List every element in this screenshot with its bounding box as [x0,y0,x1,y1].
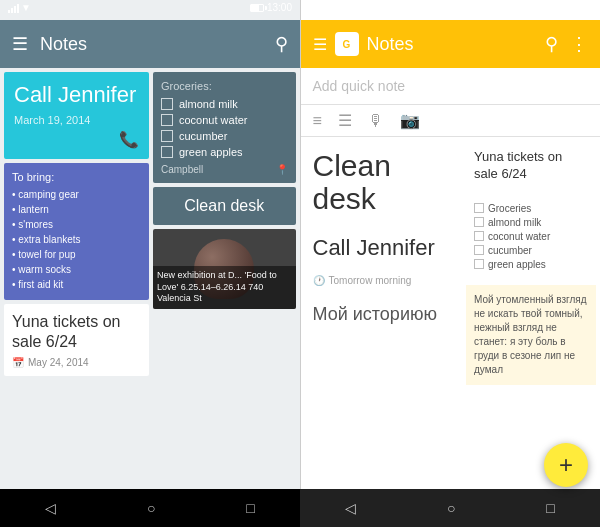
call-jennifer-big-card[interactable]: Call Jennifer [305,227,463,269]
groceries-card[interactable]: Groceries: almond milk coconut water cuc… [153,72,296,183]
left-nav-bar: ◁ ○ □ [0,489,300,527]
call-jennifer-date: March 19, 2014 [14,114,139,126]
call-jennifer-card[interactable]: Call Jennifer March 19, 2014 📞 [4,72,149,159]
groc-item-1: almond milk [161,98,288,110]
yuna-right-card[interactable]: Yuna tickets on sale 6/24 [466,141,596,191]
to-bring-items: • camping gear • lantern • s'mores • ext… [12,187,141,292]
groceries-title: Groceries: [161,80,288,92]
groc-right-1: Groceries [474,203,588,214]
photo-card[interactable]: New exhibition at D... 'Food to Love' 6.… [153,229,296,309]
groc-right-cb-2[interactable] [474,217,484,227]
groc-right-cb-4[interactable] [474,245,484,255]
groc-item-2: coconut water [161,114,288,126]
right-column: Groceries: almond milk coconut water cuc… [153,72,296,523]
groc-cb-3[interactable] [161,130,173,142]
right-nav-bar: ◁ ○ □ [301,489,601,527]
status-bar-left: ▼ [8,2,31,13]
moy-title: Мой историюю [313,304,437,324]
right-recent-icon[interactable]: □ [546,500,554,516]
call-jennifer-big-title: Call Jennifer [313,235,435,260]
camera-icon[interactable]: 📷 [400,111,420,130]
groc-right-cb-3[interactable] [474,231,484,241]
groc-cb-2[interactable] [161,114,173,126]
quick-note-placeholder: Add quick note [313,78,406,94]
signal-icon-r [308,3,319,13]
signal-icon [8,3,19,13]
right-toolbar: ☰ G Notes ⚲ ⋮ [301,20,601,68]
call-jennifer-title: Call Jennifer [14,82,139,108]
clock-icon: 🕐 [313,275,325,286]
photo-overlay: New exhibition at D... 'Food to Love' 6.… [153,266,296,309]
groc-right-2: almond milk [474,217,588,228]
bring-item-3: • s'mores [12,217,141,232]
left-toolbar: ☰ Notes ⚲ [0,20,300,68]
yuna-right-title: Yuna tickets on sale 6/24 [474,149,562,181]
bring-item-4: • extra blankets [12,232,141,247]
russian-text-card[interactable]: Мой утомленный взгляд не искать твой том… [466,285,596,385]
phone-icon: 📞 [119,130,139,149]
right-menu-icon[interactable]: ☰ [313,35,327,54]
note-actions: ≡ ☰ 🎙 📷 [301,105,601,137]
status-bar-left-r: ▾ [308,2,327,13]
right-left-column: Clean desk Call Jennifer 🕐 Tomorrow morn… [305,141,463,523]
brand-icon: G [335,32,359,56]
calendar-icon: 📅 [12,357,24,368]
clean-desk-big-title: Clean desk [313,149,391,215]
bring-item-6: • warm socks [12,262,141,277]
tomorrow-label: Tomorrow morning [329,275,412,286]
groceries-location: Campbell [161,164,203,175]
right-home-icon[interactable]: ○ [447,500,455,516]
left-search-icon[interactable]: ⚲ [275,33,288,55]
left-column: Call Jennifer March 19, 2014 📞 To bring:… [4,72,149,523]
groceries-footer: Campbell 📍 [161,164,288,175]
bring-item-2: • lantern [12,202,141,217]
groc-right-cb-5[interactable] [474,259,484,269]
groc-right-5: green apples [474,259,588,270]
groc-item-3: cucumber [161,130,288,142]
russian-text: Мой утомленный взгляд не искать твой том… [474,294,587,375]
location-pin-icon: 📍 [276,164,288,175]
yuna-date: 📅 May 24, 2014 [12,357,141,368]
left-toolbar-title: Notes [40,34,263,55]
right-toolbar-title: Notes [367,34,534,55]
clean-desk-card[interactable]: Clean desk [153,187,296,225]
groceries-right-card[interactable]: Groceries almond milk coconut water cucu… [466,195,596,281]
left-recent-icon[interactable]: □ [246,500,254,516]
left-menu-icon[interactable]: ☰ [12,33,28,55]
groc-right-4: cucumber [474,245,588,256]
tomorrow-morning-card: 🕐 Tomorrow morning [305,273,463,292]
text-format-icon[interactable]: ≡ [313,112,322,130]
bring-item-7: • first aid kit [12,277,141,292]
groc-right-cb-1[interactable] [474,203,484,213]
to-bring-card[interactable]: To bring: • camping gear • lantern • s'm… [4,163,149,300]
yuna-card[interactable]: Yuna tickets on sale 6/24 📅 May 24, 2014 [4,304,149,375]
bring-item-1: • camping gear [12,187,141,202]
yuna-title: Yuna tickets on sale 6/24 [12,312,141,350]
left-content: Call Jennifer March 19, 2014 📞 To bring:… [0,68,300,527]
mic-icon[interactable]: 🎙 [368,112,384,130]
wifi-icon: ▾ [322,2,327,13]
left-panel: ▼ 12:30 ☰ Notes ⚲ Call Jennifer March 19… [0,0,300,527]
right-back-icon[interactable]: ◁ [345,500,356,516]
bring-item-5: • towel for pup [12,247,141,262]
groc-cb-1[interactable] [161,98,173,110]
list-icon[interactable]: ☰ [338,111,352,130]
groc-item-4: green apples [161,146,288,158]
moy-card[interactable]: Мой историюю [305,296,463,333]
clean-desk-big-card[interactable]: Clean desk [305,141,463,223]
to-bring-title: To bring: [12,171,141,183]
quick-note-bar[interactable]: Add quick note [301,68,601,105]
right-more-icon[interactable]: ⋮ [570,33,588,55]
groc-right-3: coconut water [474,231,588,242]
right-search-icon[interactable]: ⚲ [545,33,558,55]
left-back-icon[interactable]: ◁ [45,500,56,516]
clean-desk-title: Clean desk [184,197,264,214]
left-home-icon[interactable]: ○ [147,500,155,516]
groc-cb-4[interactable] [161,146,173,158]
